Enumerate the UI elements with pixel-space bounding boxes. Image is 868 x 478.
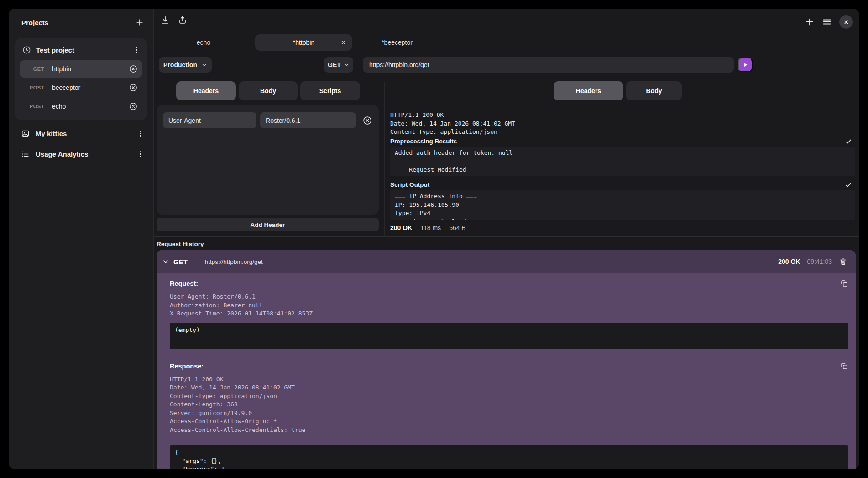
tab-echo[interactable]: echo: [162, 39, 245, 46]
share-icon: [178, 15, 188, 25]
send-request-button[interactable]: [738, 58, 753, 72]
history-method: GET: [173, 258, 188, 266]
chevron-down-icon[interactable]: [162, 258, 169, 265]
response-status-bar: 200 OK 118 ms 564 B: [390, 224, 466, 231]
panel-divider: [384, 82, 385, 236]
request-name-label: beeceptor: [52, 84, 129, 91]
chevron-down-icon: [344, 62, 350, 68]
request-headers-editor: User-Agent Roster/0.6.1: [157, 105, 379, 215]
new-tab-button[interactable]: [805, 17, 815, 27]
add-header-button[interactable]: Add Header: [157, 218, 379, 231]
environment-dropdown[interactable]: Production: [159, 57, 212, 73]
remove-circle-icon: [362, 116, 372, 126]
history-entry-detail: Request: User-Agent: Roster/0.6.1 Author…: [157, 273, 856, 469]
play-icon: [742, 62, 748, 68]
menu-button[interactable]: [822, 17, 832, 27]
request-history-section: Request History GET https://httpbin.org/…: [154, 236, 859, 469]
copy-response-button[interactable]: [840, 362, 848, 370]
toolbar-divider: [221, 58, 221, 72]
tab-httpbin[interactable]: *httpbin: [255, 34, 352, 51]
kebab-menu-icon: [133, 46, 141, 54]
method-dropdown[interactable]: GET: [324, 57, 353, 73]
history-url: https://httpbin.org/get: [205, 258, 263, 265]
collection-name: My kitties: [36, 130, 131, 137]
sidebar: Projects Test project GET httpbin: [9, 9, 154, 469]
tab-response-body[interactable]: Body: [626, 81, 682, 100]
request-label: Request:: [170, 280, 198, 287]
url-input[interactable]: https://httpbin.org/get: [363, 57, 734, 73]
history-request-body: (empty): [170, 323, 848, 349]
sidebar-item-echo[interactable]: POST echo: [20, 98, 142, 115]
response-label: Response:: [170, 362, 204, 370]
copy-icon: [840, 362, 848, 370]
environment-label: Production: [163, 61, 197, 68]
new-project-button[interactable]: [135, 18, 144, 27]
check-icon: [845, 181, 852, 189]
tab-request-body[interactable]: Body: [239, 81, 298, 100]
list-icon: [21, 150, 30, 158]
clock-icon: [22, 46, 31, 54]
project-menu-button[interactable]: [133, 46, 141, 54]
kebab-menu-icon: [136, 150, 144, 158]
response-headers-preview: HTTP/1.1 200 OK Date: Wed, 14 Jan 2026 0…: [390, 111, 855, 136]
kebab-menu-icon: [136, 130, 144, 137]
main-area: echo *httpbin *beeceptor Production GET …: [154, 9, 859, 469]
close-window-button[interactable]: [839, 15, 853, 29]
app-window: Projects Test project GET httpbin: [9, 9, 859, 469]
sidebar-item-httpbin[interactable]: GET httpbin: [20, 60, 142, 78]
copy-request-button[interactable]: [840, 279, 848, 288]
collection-menu-button[interactable]: [136, 150, 144, 158]
remove-circle-icon: [129, 64, 138, 74]
import-button[interactable]: [160, 15, 170, 25]
tab-response-headers[interactable]: Headers: [554, 81, 623, 100]
project-name: Test project: [36, 46, 128, 54]
script-output: === IP Address Info === IP: 195.146.105.…: [390, 190, 855, 220]
copy-icon: [840, 279, 848, 288]
collection-name: Usage Analytics: [36, 150, 131, 158]
close-icon: [843, 19, 849, 25]
download-icon: [160, 15, 170, 25]
remove-circle-icon: [129, 102, 138, 111]
history-entry-row[interactable]: GET https://httpbin.org/get 200 OK 09:41…: [157, 250, 856, 273]
sidebar-item-beeceptor[interactable]: POST beeceptor: [20, 79, 142, 96]
trash-icon: [839, 257, 847, 266]
collection-menu-button[interactable]: [136, 130, 144, 137]
tab-request-headers[interactable]: Headers: [176, 81, 236, 100]
delete-history-button[interactable]: [839, 257, 847, 266]
request-method-label: POST: [24, 104, 44, 109]
image-icon: [21, 129, 30, 138]
sidebar-item-my-kitties[interactable]: My kitties: [9, 123, 153, 144]
tab-request-scripts[interactable]: Scripts: [300, 81, 360, 100]
section-title: Script Output: [390, 181, 429, 188]
history-timestamp: 09:41:03: [807, 258, 832, 265]
response-panel-tabs: Headers Body: [554, 81, 682, 100]
preprocessing-output: Added auth header for token: null --- Re…: [390, 147, 855, 176]
remove-circle-icon: [129, 83, 138, 92]
export-button[interactable]: [178, 15, 188, 25]
history-response-body: { "args": {}, "headers": {: [170, 445, 848, 469]
request-tab-strip: echo *httpbin *beeceptor: [154, 34, 442, 51]
header-row: User-Agent Roster/0.6.1: [163, 112, 372, 128]
project-group: Test project GET httpbin POST beeceptor: [15, 38, 147, 120]
tab-label: *httpbin: [293, 39, 314, 46]
history-request-headers: User-Agent: Roster/0.6.1 Authorization: …: [170, 293, 848, 318]
plus-icon: [135, 18, 144, 27]
header-key-input[interactable]: User-Agent: [163, 112, 256, 128]
header-value-input[interactable]: Roster/0.6.1: [260, 112, 356, 128]
remove-header-button[interactable]: [362, 116, 372, 126]
check-icon: [845, 138, 852, 145]
remove-request-button[interactable]: [129, 102, 138, 111]
history-response-headers: HTTP/1.1 200 OK Date: Wed, 14 Jan 2026 0…: [170, 375, 848, 435]
tab-beeceptor[interactable]: *beeceptor: [352, 39, 442, 46]
chevron-down-icon: [201, 62, 207, 68]
script-output-header: Script Output: [387, 179, 859, 190]
remove-request-button[interactable]: [129, 83, 138, 92]
request-method-label: POST: [24, 85, 44, 90]
method-label: GET: [328, 61, 341, 68]
preprocessing-results-header: Preprocessing Results: [387, 136, 859, 147]
sidebar-item-usage-analytics[interactable]: Usage Analytics: [9, 144, 153, 164]
close-tab-icon[interactable]: [340, 40, 346, 46]
remove-request-button[interactable]: [129, 64, 138, 74]
plus-icon: [805, 17, 815, 27]
request-name-label: echo: [52, 103, 129, 110]
